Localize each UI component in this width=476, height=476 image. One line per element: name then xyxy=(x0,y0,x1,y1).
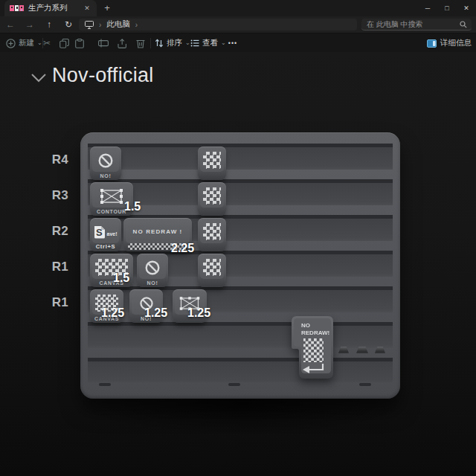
contour-box-icon xyxy=(99,188,124,205)
separator xyxy=(150,38,151,48)
case-notch xyxy=(359,383,371,386)
keycap-label: Ctrl+S xyxy=(90,243,121,250)
paste-button[interactable] xyxy=(71,36,88,51)
row-label-r4: R4 xyxy=(27,152,68,167)
keycap-text: NO REDRAW ! xyxy=(133,228,183,235)
search-input[interactable] xyxy=(367,19,454,30)
breadcrumb-chevron-icon: › xyxy=(99,21,101,29)
chevron-down-icon: ⌄ xyxy=(185,40,190,46)
this-pc-icon xyxy=(85,21,94,29)
size-annotation: 1.5 xyxy=(124,200,141,213)
forward-button[interactable]: → xyxy=(24,16,36,33)
search-box[interactable] xyxy=(361,19,472,30)
key-slot xyxy=(88,251,393,277)
size-annotation: 1.5 xyxy=(113,271,129,285)
checker-pattern xyxy=(303,338,324,362)
share-button[interactable] xyxy=(114,36,130,51)
row-label-r3: R3 xyxy=(27,188,68,203)
rename-button[interactable] xyxy=(95,36,112,51)
details-pane-icon xyxy=(427,39,437,48)
new-tab-button[interactable]: + xyxy=(101,2,113,14)
keycap-label: NO! xyxy=(90,173,121,178)
enter-key-line2: REDRAW! xyxy=(301,329,329,336)
delete-button[interactable] xyxy=(132,36,149,51)
file-explorer-window: 生产力系列 ✕ + ─ □ ✕ ← → ↑ ↻ › 此电脑 › xyxy=(0,0,476,476)
view-button-label: 查看 xyxy=(202,38,218,48)
search-icon xyxy=(460,21,467,28)
copy-icon xyxy=(60,39,69,48)
more-options-button[interactable]: ••• xyxy=(223,33,242,53)
tab-close-icon[interactable]: ✕ xyxy=(82,3,92,13)
details-pane-label: 详细信息 xyxy=(440,38,472,48)
refresh-button[interactable]: ↻ xyxy=(62,16,74,33)
checker-pattern xyxy=(203,223,221,240)
command-bar: 新建 ⌄ ✂ xyxy=(0,33,476,52)
save-word-rest: ave! xyxy=(106,231,117,239)
address-bar[interactable]: › 此电脑 › xyxy=(79,19,357,30)
keycap-enter-no-redraw: NO REDRAW! xyxy=(292,316,333,379)
up-button[interactable]: ↑ xyxy=(43,16,55,33)
details-pane-button[interactable]: 详细信息 xyxy=(427,33,472,53)
cut-button[interactable]: ✂ xyxy=(39,36,55,51)
size-annotation: 1.25 xyxy=(187,306,210,320)
save-letter: S xyxy=(96,227,103,238)
gallery-title: Nov-official xyxy=(52,64,154,87)
close-button[interactable]: ✕ xyxy=(457,0,476,16)
enter-key-line1: NO xyxy=(301,322,310,329)
gallery-heading: Nov-official xyxy=(30,64,154,87)
key-slot xyxy=(88,322,393,348)
case-notch xyxy=(228,383,240,386)
explorer-tab[interactable]: 生产力系列 ✕ xyxy=(4,0,97,16)
no-sign-icon xyxy=(97,152,114,169)
case-notch xyxy=(99,383,111,386)
view-list-icon xyxy=(190,39,199,48)
checker-pattern xyxy=(203,259,221,276)
sort-arrows-icon xyxy=(155,39,164,48)
share-icon xyxy=(118,39,127,48)
row-label-r2: R2 xyxy=(27,224,68,239)
keycap-label: NO! xyxy=(137,280,168,286)
keycap-checker xyxy=(198,218,226,251)
keycap-no: NO! xyxy=(90,147,121,180)
view-button[interactable]: 查看 ⌄ xyxy=(190,33,226,53)
key-slot xyxy=(88,144,393,170)
checker-pattern xyxy=(203,152,221,169)
rename-icon xyxy=(98,39,109,48)
maximize-button[interactable]: □ xyxy=(437,0,457,16)
sort-button-label: 排序 xyxy=(167,38,182,48)
breadcrumb-this-pc[interactable]: 此电脑 xyxy=(106,19,130,30)
trash-icon xyxy=(136,39,145,48)
paste-icon xyxy=(75,39,84,48)
sort-button[interactable]: 排序 ⌄ xyxy=(155,33,190,53)
checker-pattern xyxy=(203,187,221,205)
keycap-no: NO! xyxy=(137,254,168,287)
no-sign-icon xyxy=(144,260,161,276)
row-label-r1: R1 xyxy=(27,260,68,274)
new-button[interactable]: 新建 ⌄ xyxy=(6,33,42,53)
tab-favicon-icon xyxy=(10,4,25,13)
scissors-icon: ✂ xyxy=(43,38,51,48)
copy-button[interactable] xyxy=(56,36,72,51)
size-annotation: 1.25 xyxy=(101,306,124,320)
chevron-down-icon xyxy=(30,72,48,84)
keycap-checker xyxy=(198,182,226,216)
key-slot xyxy=(88,358,393,384)
navigation-bar: ← → ↑ ↻ › 此电脑 › xyxy=(0,16,476,33)
row-label-r1b: R1 xyxy=(27,295,68,310)
size-annotation: 1.25 xyxy=(144,306,167,320)
keycap-checker xyxy=(198,147,226,180)
minimize-button[interactable]: ─ xyxy=(418,0,437,16)
size-annotation: 2.25 xyxy=(171,242,194,255)
title-bar: 生产力系列 ✕ + ─ □ ✕ xyxy=(0,0,476,16)
tab-title: 生产力系列 xyxy=(28,3,77,13)
save-document-icon: S xyxy=(94,225,106,239)
keycap-checker xyxy=(198,254,226,287)
breadcrumb-chevron-icon[interactable]: › xyxy=(135,21,138,29)
window-controls: ─ □ ✕ xyxy=(418,0,476,16)
keycap-save: S ave! Ctrl+S xyxy=(90,218,121,251)
back-button[interactable]: ← xyxy=(4,16,16,33)
plus-circle-icon xyxy=(6,39,16,48)
new-button-label: 新建 xyxy=(19,38,34,48)
